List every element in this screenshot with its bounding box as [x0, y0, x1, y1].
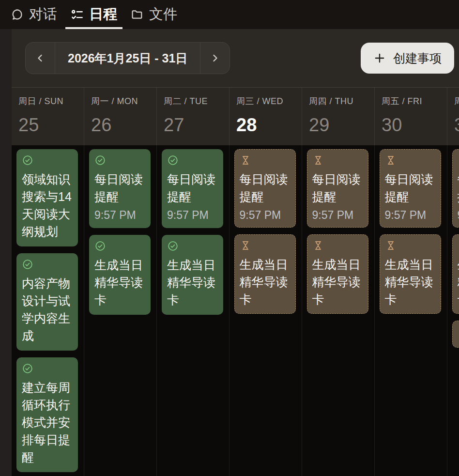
hourglass-icon — [240, 240, 251, 251]
event-card[interactable]: 每日阅读提醒 9:57 PM — [307, 149, 368, 228]
day-column-header[interactable]: 周五 / FRI 30 — [375, 87, 447, 145]
event-card[interactable]: 每日阅读提醒 9:57 PM — [452, 149, 459, 228]
event-title: 生成当日精华导读卡 — [312, 256, 365, 308]
week-calendar: 周日 / SUN 25 领域知识搜索与14天阅读大纲规划 内容产物设计与试学内容… — [12, 87, 459, 476]
hourglass-icon — [458, 326, 459, 338]
day-label: 周五 / FRI — [382, 95, 447, 107]
day-events-area: 每日阅读提醒 9:57 PM 生成当日精华导读卡 — [157, 145, 230, 476]
check-circle-icon — [94, 154, 106, 166]
day-column-28: 周三 / WED 28 每日阅读提醒 9:57 PM 生成当日精华导读卡 — [230, 87, 302, 476]
day-number: 29 — [309, 115, 374, 136]
day-events-area: 领域知识搜索与14天阅读大纲规划 内容产物设计与试学内容生成 建立每周循环执行模… — [12, 145, 84, 476]
day-column-header[interactable]: 周日 / SUN 25 — [12, 87, 84, 145]
event-card[interactable]: 每日阅读提醒 9:57 PM — [162, 149, 223, 228]
day-column-31: 周六 / SAT 31 每日阅读提醒 9:57 PM 生成当日精华导读卡 — [447, 87, 459, 476]
day-label: 周一 / MON — [91, 95, 156, 107]
event-card[interactable]: 生成当日精华导读卡 — [162, 235, 223, 315]
event-title: 建立每周循环执行模式并安排每日提醒 — [22, 379, 74, 466]
event-title: 每日阅读提醒 — [385, 170, 437, 205]
event-title: 每日阅读提醒 — [240, 170, 292, 205]
day-column-25: 周日 / SUN 25 领域知识搜索与14天阅读大纲规划 内容产物设计与试学内容… — [12, 87, 84, 476]
chevron-left-icon — [34, 52, 46, 64]
event-title: 生成当日精华导读卡 — [458, 256, 459, 308]
day-number: 30 — [382, 115, 447, 136]
hourglass-icon — [385, 154, 397, 166]
event-card[interactable]: 生成当日精华导读卡 — [307, 234, 368, 314]
event-title: 内容产物设计与试学内容生成 — [22, 275, 74, 344]
chevron-right-icon — [209, 52, 221, 64]
day-events-area: 每日阅读提醒 9:57 PM 生成当日精华导读卡 — [302, 145, 375, 476]
day-number: 28 — [236, 115, 302, 136]
day-label: 周六 / SAT — [454, 95, 459, 107]
day-column-27: 周二 / TUE 27 每日阅读提醒 9:57 PM 生成当日精华导读卡 — [157, 87, 230, 476]
event-card[interactable]: 每日阅读提醒 9:57 PM — [89, 149, 151, 228]
day-events-area: 每日阅读提醒 9:57 PM 生成当日精华导读卡 — [447, 145, 459, 476]
event-time: 9:57 PM — [385, 209, 437, 222]
hourglass-icon — [385, 240, 397, 251]
day-label: 周四 / THU — [309, 95, 374, 107]
event-card[interactable]: 生成当日精华导读卡 — [234, 234, 296, 314]
event-card[interactable]: 每日阅读提醒 9:57 PM — [380, 149, 441, 228]
event-time: 9:57 PM — [312, 209, 365, 222]
event-card[interactable]: 每日阅读提醒 9:57 PM — [234, 149, 296, 228]
day-number: 27 — [164, 115, 229, 136]
tab-schedule[interactable]: 日程 — [64, 0, 124, 29]
check-circle-icon — [94, 240, 106, 252]
event-card[interactable] — [452, 321, 459, 348]
plus-icon — [373, 52, 386, 64]
event-title: 生成当日精华导读卡 — [385, 256, 437, 308]
prev-week-button[interactable] — [26, 43, 55, 74]
day-events-area: 每日阅读提醒 9:57 PM 生成当日精华导读卡 — [84, 145, 157, 476]
event-title: 领域知识搜索与14天阅读大纲规划 — [22, 170, 74, 240]
day-column-header[interactable]: 周四 / THU 29 — [302, 87, 375, 145]
event-title: 生成当日精华导读卡 — [240, 256, 292, 308]
check-circle-icon — [22, 154, 33, 166]
create-event-button[interactable]: 创建事项 — [361, 43, 454, 74]
create-event-label: 创建事项 — [393, 50, 442, 66]
day-column-header[interactable]: 周三 / WED 28 — [230, 87, 302, 145]
tab-files[interactable]: 文件 — [124, 0, 184, 29]
day-label: 周日 / SUN — [18, 95, 84, 107]
chat-bubble-icon — [11, 8, 24, 21]
hourglass-icon — [312, 240, 324, 251]
check-circle-icon — [22, 259, 33, 270]
next-week-button[interactable] — [200, 43, 230, 74]
tab-schedule-label: 日程 — [89, 5, 117, 24]
event-time: 9:57 PM — [458, 209, 459, 222]
day-column-30: 周五 / FRI 30 每日阅读提醒 9:57 PM 生成当日精华导读卡 — [375, 87, 447, 476]
day-label: 周二 / TUE — [164, 95, 229, 107]
folder-icon — [131, 8, 144, 21]
check-circle-icon — [167, 154, 179, 166]
hourglass-icon — [240, 154, 251, 166]
tab-chat-label: 对话 — [29, 5, 57, 24]
event-card[interactable]: 生成当日精华导读卡 — [89, 235, 151, 315]
event-title: 每日阅读提醒 — [167, 170, 219, 205]
day-number: 25 — [18, 115, 84, 136]
event-title: 每日阅读提醒 — [312, 170, 365, 205]
day-column-header[interactable]: 周六 / SAT 31 — [447, 87, 459, 145]
event-title: 生成当日精华导读卡 — [94, 256, 146, 308]
event-card[interactable]: 内容产物设计与试学内容生成 — [16, 253, 78, 351]
hourglass-icon — [312, 154, 324, 166]
event-title: 每日阅读提醒 — [94, 170, 146, 205]
event-card[interactable]: 领域知识搜索与14天阅读大纲规划 — [16, 149, 78, 246]
day-column-header[interactable]: 周二 / TUE 27 — [157, 87, 230, 145]
event-card[interactable]: 建立每周循环执行模式并安排每日提醒 — [16, 357, 78, 472]
event-card[interactable]: 生成当日精华导读卡 — [380, 234, 441, 314]
top-tab-bar: 对话 日程 文件 — [0, 0, 459, 29]
left-gutter — [0, 29, 12, 476]
check-circle-icon — [167, 240, 179, 252]
event-time: 9:57 PM — [94, 209, 146, 222]
day-column-header[interactable]: 周一 / MON 26 — [84, 87, 157, 145]
date-range-label: 2026年1月25日 - 31日 — [55, 43, 200, 74]
event-card[interactable]: 生成当日精华导读卡 — [452, 234, 459, 314]
tab-chat[interactable]: 对话 — [4, 0, 64, 29]
hourglass-icon — [458, 240, 459, 251]
check-circle-icon — [22, 363, 33, 374]
event-time: 9:57 PM — [240, 209, 292, 222]
task-list-icon — [71, 8, 84, 21]
date-range-navigator: 2026年1月25日 - 31日 — [25, 42, 230, 74]
event-title: 生成当日精华导读卡 — [167, 256, 219, 308]
tab-files-label: 文件 — [149, 5, 177, 24]
schedule-panel: 2026年1月25日 - 31日 创建事项 周日 / SUN 25 — [0, 29, 459, 476]
